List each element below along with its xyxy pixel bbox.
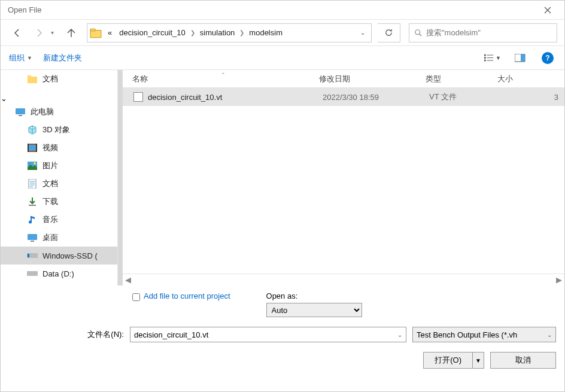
chevron-down-icon[interactable]: ⌄ [547,332,552,338]
sidebar-item-3d[interactable]: 3D 对象 [1,121,117,139]
breadcrumb[interactable]: « decision_circuit_10 ❯ simulation ❯ mod… [87,23,372,42]
svg-rect-10 [521,54,525,62]
view-options-button[interactable]: ▼ [484,50,501,66]
refresh-icon [384,28,393,37]
titlebar: Open File [1,1,564,20]
sidebar-item-pictures[interactable]: 图片 [1,157,117,175]
sidebar-item-downloads[interactable]: 下载 [1,193,117,211]
open-button[interactable]: 打开(O) [423,352,472,369]
svg-rect-28 [27,271,38,276]
help-button[interactable]: ? [539,50,556,66]
svg-rect-7 [484,59,486,61]
preview-pane-icon [515,54,525,62]
options-area: Add file to current project Open as: Aut… [1,285,564,322]
filename-value: decision_circuit_10.vt [134,330,208,339]
svg-rect-1 [90,29,95,31]
organize-menu[interactable]: 组织 ▼ [9,53,32,63]
sidebar-resizer[interactable] [118,70,123,285]
crumb-2[interactable]: modelsim [245,24,286,42]
file-icon [133,92,143,102]
desktop-icon [27,232,38,243]
folder-icon [27,74,38,84]
scroll-left-icon[interactable]: ◀ [125,275,131,284]
chevron-down-icon[interactable]: ⌄ [397,332,402,338]
chevron-right-icon: ❯ [238,29,245,36]
open-dropdown-button[interactable]: ▼ [472,352,484,369]
file-column-headers: ⌃名称 修改日期 类型 大小 [123,70,564,88]
file-size: 3 [501,93,564,102]
arrow-left-icon [13,28,22,38]
filename-combobox[interactable]: decision_circuit_10.vt ⌄ [130,327,406,342]
sidebar-item-desktop[interactable]: 桌面 [1,229,117,247]
filetype-filter[interactable]: Test Bench Output Files (*.vh ⌄ [412,327,556,342]
close-button[interactable] [536,2,560,19]
video-icon [27,142,38,153]
svg-point-20 [34,162,36,165]
sidebar-item-thispc[interactable]: 此电脑 [1,103,117,121]
chevron-down-icon[interactable]: ⌄ [1,94,7,103]
filename-row: 文件名(N): decision_circuit_10.vt ⌄ Test Be… [1,322,564,347]
svg-rect-14 [19,115,22,116]
preview-pane-button[interactable] [512,50,528,66]
crumb-prefix[interactable]: « [104,24,116,42]
dialog-buttons: 打开(O) ▼ 取消 [1,347,564,377]
back-button[interactable] [8,23,27,42]
filename-label: 文件名(N): [78,329,124,340]
open-as-select[interactable]: Auto [266,303,362,317]
list-view-icon [484,54,494,62]
sidebar-item-videos[interactable]: 视频 [1,139,117,157]
arrow-up-icon [66,28,76,38]
svg-rect-13 [16,108,25,114]
refresh-button[interactable] [378,23,400,42]
column-size[interactable]: 大小 [497,74,564,84]
scroll-right-icon[interactable]: ▶ [556,275,562,284]
horizontal-scrollbar[interactable]: ◀ ▶ [123,274,564,285]
open-as-group: Open as: Auto [266,291,362,317]
up-button[interactable] [62,23,81,42]
help-icon: ? [542,52,554,64]
sidebar-item-documents[interactable]: 文档 [1,70,117,88]
breadcrumb-dropdown[interactable]: ⌄ [357,29,369,36]
file-date: 2022/3/30 18:59 [323,93,429,102]
sidebar-item-data-d[interactable]: Data (D:) [1,265,117,282]
svg-rect-27 [28,254,29,257]
new-folder-button[interactable]: 新建文件夹 [43,53,82,63]
svg-point-23 [29,221,32,224]
download-icon [27,196,38,207]
svg-rect-11 [28,77,37,83]
column-date[interactable]: 修改日期 [319,74,426,84]
sidebar-item-documents2[interactable]: 文档 [1,175,117,193]
cancel-button[interactable]: 取消 [490,352,556,369]
column-name[interactable]: ⌃名称 [123,74,319,84]
window-title: Open File [5,5,536,14]
music-icon [27,214,38,225]
history-dropdown[interactable]: ▾ [51,29,59,36]
filetype-value: Test Bench Output Files (*.vh [417,330,517,339]
svg-rect-18 [36,144,37,152]
crumb-1[interactable]: simulation [196,24,239,42]
svg-rect-8 [487,60,493,60]
svg-rect-0 [90,30,101,37]
svg-rect-5 [484,57,486,59]
crumb-0[interactable]: decision_circuit_10 [116,24,189,42]
checkbox-input[interactable] [132,293,140,301]
svg-rect-16 [29,145,36,151]
search-input[interactable] [426,28,552,37]
file-row[interactable]: decision_circuit_10.vt 2022/3/30 18:59 V… [123,88,564,106]
file-type: VT 文件 [429,92,501,102]
column-type[interactable]: 类型 [426,74,497,84]
svg-rect-21 [29,179,36,189]
forward-button[interactable] [29,23,48,42]
drive-icon [27,268,38,279]
open-as-label: Open as: [266,291,362,300]
search-box[interactable] [409,23,557,42]
sidebar-item-music[interactable]: 音乐 [1,211,117,229]
svg-rect-25 [31,241,34,242]
nav-bar: ▾ « decision_circuit_10 ❯ simulation ❯ m… [1,20,564,46]
svg-rect-12 [28,75,31,77]
search-icon [414,29,423,37]
add-to-project-checkbox[interactable]: Add file to current project [132,291,230,317]
file-list[interactable]: decision_circuit_10.vt 2022/3/30 18:59 V… [123,88,564,274]
sidebar-item-windows-ssd[interactable]: Windows-SSD ( [1,247,117,265]
cube-icon [27,124,38,135]
